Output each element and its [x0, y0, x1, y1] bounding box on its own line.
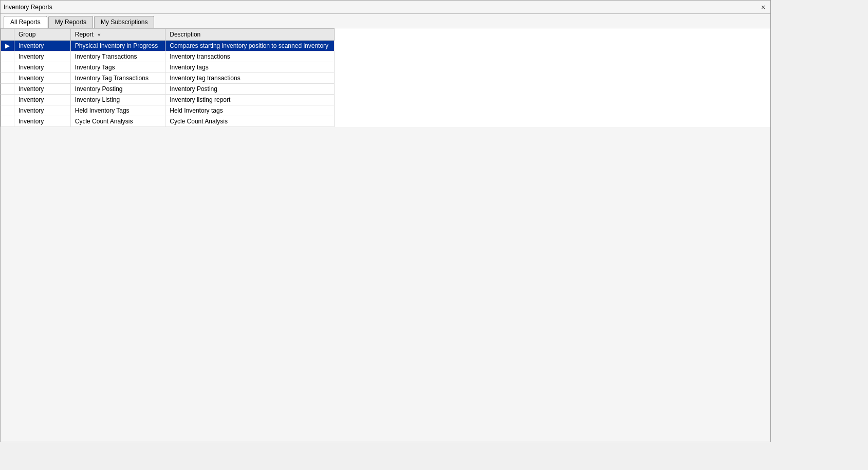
- content-area: Group Report ▼ Description ▶InventoryPhy…: [1, 28, 770, 127]
- row-group: Inventory: [14, 84, 71, 95]
- row-report: Inventory Transactions: [70, 51, 165, 62]
- row-indicator: [1, 62, 14, 73]
- row-group: Inventory: [14, 95, 71, 105]
- row-description: Inventory transactions: [165, 51, 335, 62]
- row-report: Cycle Count Analysis: [70, 116, 165, 127]
- row-group: Inventory: [14, 41, 71, 51]
- sort-icon: ▼: [97, 32, 101, 38]
- row-indicator: [1, 84, 14, 95]
- close-button[interactable]: ×: [759, 3, 767, 11]
- row-description: Held Inventory tags: [165, 105, 335, 116]
- table-row[interactable]: InventoryInventory TransactionsInventory…: [1, 51, 335, 62]
- table-row[interactable]: InventoryInventory ListingInventory list…: [1, 95, 335, 105]
- tabs-bar: All Reports My Reports My Subscriptions: [1, 14, 770, 28]
- title-bar: Inventory Reports ×: [1, 1, 770, 14]
- table-header-row: Group Report ▼ Description: [1, 29, 335, 41]
- reports-table: Group Report ▼ Description ▶InventoryPhy…: [1, 28, 335, 127]
- row-group: Inventory: [14, 73, 71, 84]
- row-report: Inventory Tags: [70, 62, 165, 73]
- row-indicator: [1, 51, 14, 62]
- table-row[interactable]: InventoryInventory Tag TransactionsInven…: [1, 73, 335, 84]
- row-indicator: [1, 73, 14, 84]
- row-report: Held Inventory Tags: [70, 105, 165, 116]
- table-row[interactable]: ▶InventoryPhysical Inventory in Progress…: [1, 41, 335, 51]
- row-description: Cycle Count Analysis: [165, 116, 335, 127]
- row-report: Inventory Posting: [70, 84, 165, 95]
- header-indicator: [1, 29, 14, 41]
- main-window: Inventory Reports × All Reports My Repor…: [0, 0, 771, 442]
- row-group: Inventory: [14, 62, 71, 73]
- tab-my-reports[interactable]: My Reports: [48, 16, 93, 28]
- row-indicator: ▶: [1, 41, 14, 51]
- header-group[interactable]: Group: [14, 29, 71, 41]
- header-description[interactable]: Description: [165, 29, 335, 41]
- row-description: Compares starting inventory position to …: [165, 41, 335, 51]
- row-group: Inventory: [14, 105, 71, 116]
- header-report[interactable]: Report ▼: [70, 29, 165, 41]
- table-row[interactable]: InventoryInventory TagsInventory tags: [1, 62, 335, 73]
- row-indicator: [1, 116, 14, 127]
- window-title: Inventory Reports: [4, 4, 52, 11]
- row-description: Inventory listing report: [165, 95, 335, 105]
- row-group: Inventory: [14, 51, 71, 62]
- row-description: Inventory tag transactions: [165, 73, 335, 84]
- row-description: Inventory tags: [165, 62, 335, 73]
- row-report: Inventory Tag Transactions: [70, 73, 165, 84]
- table-row[interactable]: InventoryHeld Inventory TagsHeld Invento…: [1, 105, 335, 116]
- row-indicator: [1, 95, 14, 105]
- tab-my-subscriptions[interactable]: My Subscriptions: [94, 16, 154, 28]
- row-report: Physical Inventory in Progress: [70, 41, 165, 51]
- row-report: Inventory Listing: [70, 95, 165, 105]
- table-body: ▶InventoryPhysical Inventory in Progress…: [1, 41, 335, 127]
- table-row[interactable]: InventoryInventory PostingInventory Post…: [1, 84, 335, 95]
- row-group: Inventory: [14, 116, 71, 127]
- table-row[interactable]: InventoryCycle Count AnalysisCycle Count…: [1, 116, 335, 127]
- row-indicator: [1, 105, 14, 116]
- tab-all-reports[interactable]: All Reports: [4, 16, 47, 28]
- row-description: Inventory Posting: [165, 84, 335, 95]
